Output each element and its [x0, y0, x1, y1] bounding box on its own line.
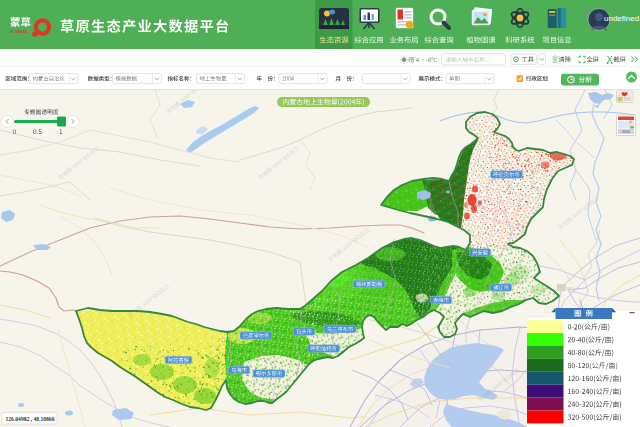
- svg-text:126.04982 , 48.10866: 126.04982 , 48.10866: [6, 416, 55, 422]
- svg-text:undefined: undefined: [604, 14, 639, 23]
- svg-text:M-GRASS: M-GRASS: [11, 30, 29, 34]
